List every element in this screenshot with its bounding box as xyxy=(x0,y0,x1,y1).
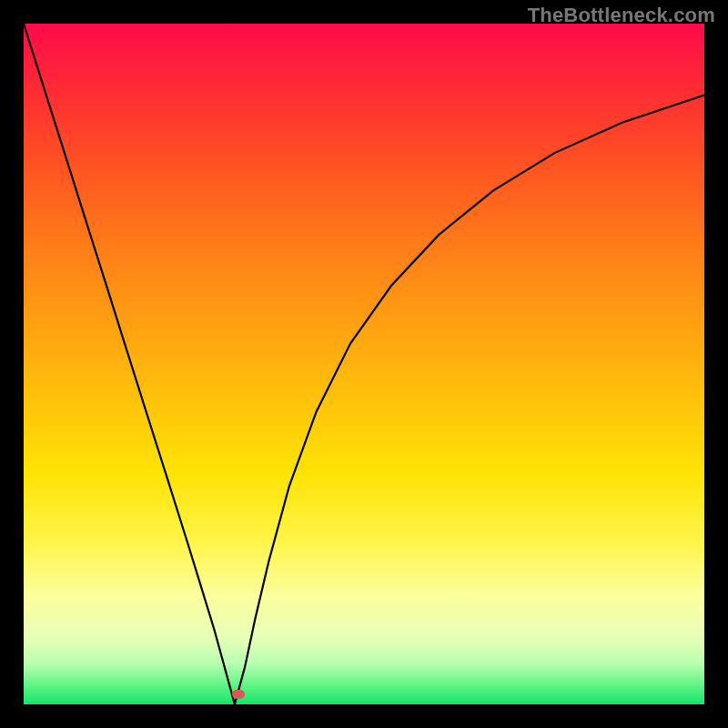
bottleneck-curve xyxy=(24,24,704,704)
chart-frame: TheBottleneck.com xyxy=(0,0,728,728)
curve-path xyxy=(24,24,704,704)
optimum-marker xyxy=(232,690,245,699)
plot-area xyxy=(24,24,704,704)
